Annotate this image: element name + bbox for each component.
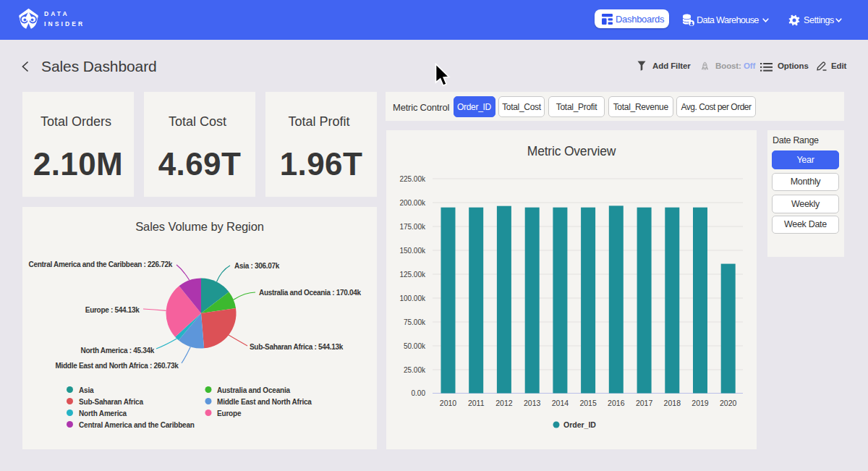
svg-text:200.00k: 200.00k [399, 199, 426, 207]
svg-text:2017: 2017 [636, 399, 653, 407]
svg-text:Central America and the Caribb: Central America and the Caribbean [79, 421, 195, 429]
svg-text:Middle East and North Africa: Middle East and North Africa [217, 398, 312, 406]
svg-text:2018: 2018 [664, 399, 681, 407]
svg-text:2020: 2020 [720, 399, 737, 407]
svg-text:50.00k: 50.00k [404, 342, 426, 350]
svg-text:0.00: 0.00 [412, 389, 426, 397]
svg-text:175.00k: 175.00k [399, 223, 426, 231]
svg-text:North America : 45.34k: North America : 45.34k [81, 347, 155, 355]
svg-text:2010: 2010 [440, 399, 457, 407]
svg-text:2014: 2014 [552, 399, 569, 407]
svg-text:Asia : 306.07k: Asia : 306.07k [234, 262, 280, 270]
svg-text:2019: 2019 [692, 399, 709, 407]
svg-text:Central America and the Caribb: Central America and the Caribbean : 226.… [29, 260, 173, 268]
svg-text:Europe : 544.13k: Europe : 544.13k [85, 306, 140, 314]
svg-text:Australia and Oceania : 170.04: Australia and Oceania : 170.04k [259, 289, 362, 297]
svg-text:Sub-Saharan Africa : 544.13k: Sub-Saharan Africa : 544.13k [250, 343, 344, 351]
svg-text:2011: 2011 [468, 399, 485, 407]
svg-text:Europe: Europe [217, 410, 242, 417]
svg-text:2016: 2016 [608, 399, 625, 407]
svg-text:Order_ID: Order_ID [563, 420, 596, 429]
svg-text:Middle East and North Africa :: Middle East and North Africa : 260.73k [56, 362, 179, 370]
svg-text:125.00k: 125.00k [399, 271, 426, 279]
svg-text:North America: North America [79, 410, 127, 417]
svg-text:Australia and Oceania: Australia and Oceania [217, 386, 290, 394]
svg-text:2012: 2012 [495, 399, 513, 407]
svg-text:Asia: Asia [79, 386, 94, 394]
svg-text:225.00k: 225.00k [399, 175, 426, 183]
svg-text:Sub-Saharan Africa: Sub-Saharan Africa [79, 398, 143, 406]
svg-text:75.00k: 75.00k [404, 318, 426, 326]
svg-text:150.00k: 150.00k [399, 247, 426, 255]
svg-text:100.00k: 100.00k [399, 294, 426, 302]
svg-text:25.00k: 25.00k [404, 366, 426, 374]
svg-text:2013: 2013 [524, 399, 541, 407]
svg-text:2015: 2015 [579, 399, 597, 407]
